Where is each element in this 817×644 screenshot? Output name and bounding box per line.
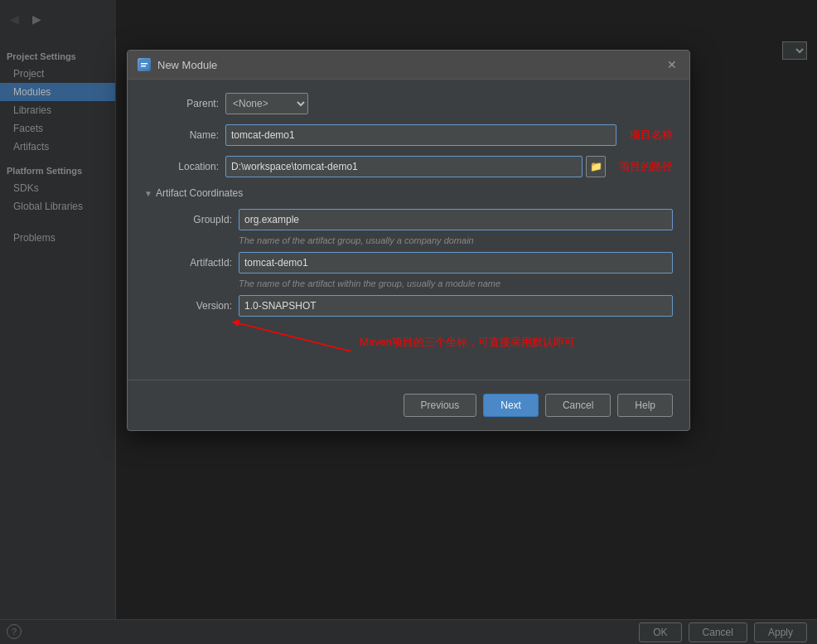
groupid-row: GroupId: (157, 209, 673, 230)
location-row: Location: 📁 项目的路径 (144, 156, 673, 177)
maven-annotation: Maven项目的三个坐标，可直接采用默认即可 (360, 335, 575, 350)
module-icon (138, 58, 151, 71)
artifact-section-title: Artifact Coordinates (156, 187, 243, 199)
groupid-label: GroupId: (157, 214, 232, 225)
previous-button[interactable]: Previous (404, 394, 477, 417)
modal-titlebar: New Module ✕ (128, 51, 689, 80)
svg-line-3 (235, 322, 351, 351)
location-wrapper: 📁 (225, 156, 606, 177)
artifact-section-header[interactable]: ▼ Artifact Coordinates (144, 187, 673, 199)
parent-label: Parent: (144, 98, 219, 109)
artifactid-label: ArtifactId: (157, 257, 232, 269)
parent-row: Parent: <None> (144, 93, 673, 114)
location-input[interactable] (225, 156, 583, 177)
parent-select[interactable]: <None> (225, 93, 308, 114)
modal-body: Parent: <None> Name: 项目名称 Location: 📁 (128, 80, 689, 373)
svg-rect-0 (139, 60, 149, 70)
artifact-section-content: GroupId: The name of the artifact group,… (144, 209, 673, 317)
browse-button[interactable]: 📁 (586, 156, 606, 177)
cancel-button[interactable]: Cancel (545, 394, 611, 417)
svg-rect-1 (141, 63, 147, 65)
svg-rect-2 (141, 65, 146, 67)
name-row: Name: 项目名称 (144, 124, 673, 146)
artifactid-hint: The name of the artifact within the grou… (239, 278, 673, 288)
parent-select-wrapper: <None> (225, 93, 308, 114)
modal-footer: Previous Next Cancel Help (128, 380, 689, 430)
location-label: Location: (144, 161, 219, 172)
location-annotation: 项目的路径 (619, 159, 673, 174)
modal-overlay: New Module ✕ Parent: <None> Name: 项目名称 (0, 0, 817, 644)
section-collapse-arrow: ▼ (144, 189, 152, 198)
name-annotation: 项目名称 (630, 128, 673, 143)
maven-annotation-area: Maven项目的三个坐标，可直接采用默认即可 (144, 310, 673, 360)
artifactid-row: ArtifactId: (157, 252, 673, 274)
new-module-dialog: New Module ✕ Parent: <None> Name: 项目名称 (127, 50, 690, 431)
groupid-input[interactable] (239, 209, 673, 230)
modal-title: New Module (157, 59, 658, 71)
next-button[interactable]: Next (483, 394, 539, 417)
close-button[interactable]: ✕ (665, 57, 679, 72)
artifactid-input[interactable] (239, 252, 673, 274)
groupid-hint: The name of the artifact group, usually … (239, 235, 673, 245)
help-button[interactable]: Help (617, 394, 673, 417)
name-input[interactable] (225, 124, 616, 146)
name-label: Name: (144, 129, 219, 141)
